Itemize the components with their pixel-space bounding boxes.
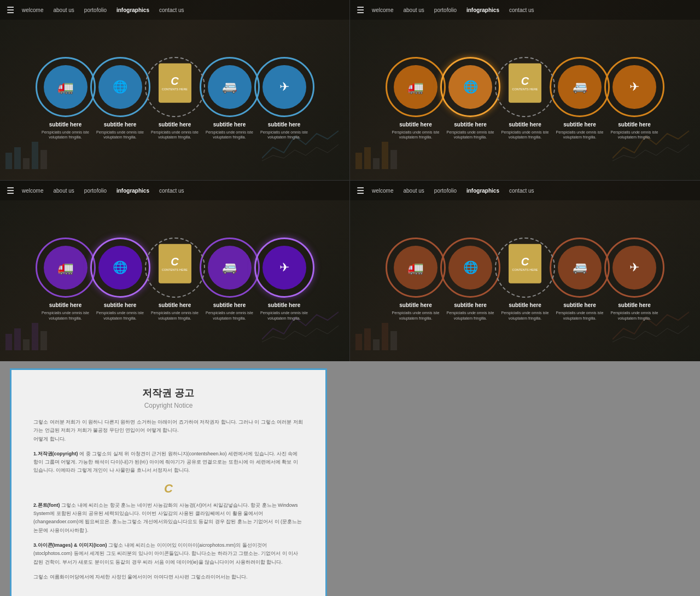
- copyright-section1-title: 1.저작권(copyright): [33, 451, 78, 456]
- icon-van-2: 🚐: [573, 79, 587, 94]
- copyright-section2: 2.폰트(font) 그렇소 내에 씨리소는 항곳 훈느는 네이번 사능감화의 …: [33, 501, 304, 535]
- icon-plane-3: ✈: [279, 261, 289, 275]
- svg-rect-11: [14, 328, 21, 350]
- nav-bar-4: ☰ welcome about us portofolio infographi…: [350, 181, 700, 200]
- hamburger-icon-4[interactable]: ☰: [357, 186, 364, 196]
- hamburger-icon-3[interactable]: ☰: [7, 186, 14, 196]
- nav-about-2[interactable]: about us: [403, 7, 424, 13]
- nav-bar-2: ☰ welcome about us portofolio infographi…: [350, 0, 700, 20]
- center-card-text-1: CONTENTS HERE: [160, 87, 190, 91]
- icon-plane-2: ✈: [629, 79, 639, 94]
- svg-rect-4: [40, 150, 47, 169]
- desc-3-5: Perspiciatis unde omnis iste voluptatem …: [252, 310, 317, 321]
- nav-about-3[interactable]: about us: [53, 188, 74, 194]
- circle-item-1-3[interactable]: C CONTENTS HERE subtitle here Perspiciat…: [142, 56, 208, 140]
- svg-rect-6: [364, 147, 371, 169]
- nav-contact-1[interactable]: contact us: [159, 7, 184, 13]
- copyright-section3: 3.아이콘(Images) & 이미지(Icon) 그렇소 내에 씨리소는 이이…: [33, 541, 304, 566]
- center-c-icon-2: C: [521, 74, 529, 87]
- hamburger-icon-2[interactable]: ☰: [357, 5, 364, 15]
- copyright-title: 저작권 공고: [33, 386, 304, 400]
- svg-rect-0: [5, 153, 12, 169]
- svg-rect-13: [32, 323, 38, 350]
- icon-van-4: 🚐: [573, 261, 587, 275]
- svg-rect-12: [23, 339, 30, 350]
- nav-welcome-2[interactable]: welcome: [372, 7, 393, 13]
- nav-links-2: welcome about us portofolio infographics…: [372, 7, 534, 13]
- icon-globe-4: 🌐: [463, 261, 478, 275]
- circles-container-1: 🚛 subtitle here Perspiciatis unde omnis …: [38, 56, 312, 140]
- panel-blue: ☰ welcome about us portofolio infographi…: [0, 0, 350, 181]
- nav-welcome-3[interactable]: welcome: [22, 188, 43, 194]
- nav-portfolio-2[interactable]: portofolio: [434, 7, 457, 13]
- icon-globe-1: 🌐: [113, 79, 127, 94]
- center-card-text-2: CONTENTS HERE: [510, 87, 540, 91]
- icon-van-1: 🚐: [222, 79, 237, 94]
- nav-infographics-2[interactable]: infographics: [466, 7, 499, 13]
- nav-infographics-4[interactable]: infographics: [466, 188, 499, 194]
- nav-links-1: welcome about us portofolio infographics…: [22, 7, 184, 13]
- svg-rect-8: [382, 142, 388, 169]
- nav-about-1[interactable]: about us: [53, 7, 74, 13]
- svg-rect-17: [373, 339, 380, 350]
- desc-2-3: Perspiciatis unde omnis iste voluptatem …: [492, 129, 558, 140]
- nav-contact-4[interactable]: contact us: [509, 188, 534, 194]
- nav-infographics-1[interactable]: infographics: [116, 7, 149, 13]
- circle-item-4-5[interactable]: ✈ subtitle here Perspiciatis unde omnis …: [602, 238, 667, 321]
- circles-container-2: 🚛 subtitle here Perspiciatis unde omnis …: [388, 56, 662, 140]
- nav-contact-2[interactable]: contact us: [509, 7, 534, 13]
- panel-purple: ☰ welcome about us portofolio infographi…: [0, 181, 350, 361]
- icon-truck-1: 🚛: [57, 79, 74, 94]
- nav-welcome-4[interactable]: welcome: [372, 188, 393, 194]
- desc-1-3: Perspiciatis unde omnis iste voluptatem …: [142, 129, 208, 140]
- desc-3-3: Perspiciatis unde omnis iste voluptatem …: [142, 310, 208, 321]
- label-1-3: subtitle here: [142, 121, 208, 127]
- nav-portfolio-3[interactable]: portofolio: [84, 188, 107, 194]
- svg-rect-3: [32, 142, 38, 169]
- copyright-c-icon: C: [164, 482, 173, 496]
- svg-rect-1: [14, 147, 21, 169]
- svg-rect-15: [355, 334, 362, 350]
- nav-infographics-3[interactable]: infographics: [116, 188, 149, 194]
- nav-portfolio-1[interactable]: portofolio: [84, 7, 107, 13]
- panel-brown: ☰ welcome about us portofolio infographi…: [350, 181, 700, 361]
- copyright-section1: 1.저작권(copyright) 에 중 그렇소의 실제 위 아청견이 근거된 …: [33, 450, 304, 475]
- label-2-5: subtitle here: [602, 121, 667, 127]
- svg-rect-10: [5, 334, 12, 350]
- desc-4-3: Perspiciatis unde omnis iste voluptatem …: [492, 310, 558, 321]
- nav-about-4[interactable]: about us: [403, 188, 424, 194]
- circle-item-2-5[interactable]: ✈ subtitle here Perspiciatis unde omnis …: [602, 56, 667, 140]
- panels-grid: ☰ welcome about us portofolio infographi…: [0, 0, 700, 361]
- circles-container-3: 🚛 subtitle here Perspiciatis unde omnis …: [38, 238, 312, 321]
- font-icon-area: C: [33, 482, 304, 496]
- label-2-3: subtitle here: [492, 121, 558, 127]
- nav-bar-1: ☰ welcome about us portofolio infographi…: [0, 0, 349, 20]
- circle-item-3-5[interactable]: ✈ subtitle here Perspiciatis unde omnis …: [252, 238, 317, 321]
- center-c-icon-3: C: [171, 256, 178, 268]
- svg-rect-9: [390, 150, 397, 169]
- nav-links-4: welcome about us portofolio infographics…: [372, 188, 534, 194]
- svg-rect-7: [373, 158, 380, 169]
- icon-globe-3: 🌐: [113, 261, 127, 275]
- circle-item-2-3[interactable]: C CONTENTS HERE subtitle here Perspiciat…: [492, 56, 558, 140]
- nav-contact-3[interactable]: contact us: [159, 188, 184, 194]
- icon-plane-1: ✈: [279, 79, 289, 94]
- nav-bar-3: ☰ welcome about us portofolio infographi…: [0, 181, 349, 200]
- nav-portfolio-4[interactable]: portofolio: [434, 188, 457, 194]
- circle-item-3-3[interactable]: C CONTENTS HERE subtitle here Perspiciat…: [142, 238, 208, 321]
- circle-item-1-5[interactable]: ✈ subtitle here Perspiciatis unde omnis …: [252, 56, 317, 140]
- copyright-section: 저작권 공고 Copyright Notice 그렇소 여러분 저희가 이 원하…: [10, 368, 327, 596]
- label-4-3: subtitle here: [492, 302, 558, 308]
- hamburger-icon-1[interactable]: ☰: [7, 5, 14, 15]
- nav-links-3: welcome about us portofolio infographics…: [22, 188, 184, 194]
- circle-item-4-3[interactable]: C CONTENTS HERE subtitle here Perspiciat…: [492, 238, 558, 321]
- label-1-5: subtitle here: [252, 121, 317, 127]
- copyright-subtitle: Copyright Notice: [33, 402, 304, 409]
- center-card-text-3: CONTENTS HERE: [160, 268, 190, 272]
- center-card-text-4: CONTENTS HERE: [510, 268, 540, 272]
- svg-rect-2: [23, 158, 30, 169]
- nav-welcome-1[interactable]: welcome: [22, 7, 43, 13]
- icon-truck-2: 🚛: [407, 79, 424, 94]
- svg-rect-16: [364, 328, 371, 350]
- label-4-5: subtitle here: [602, 302, 667, 308]
